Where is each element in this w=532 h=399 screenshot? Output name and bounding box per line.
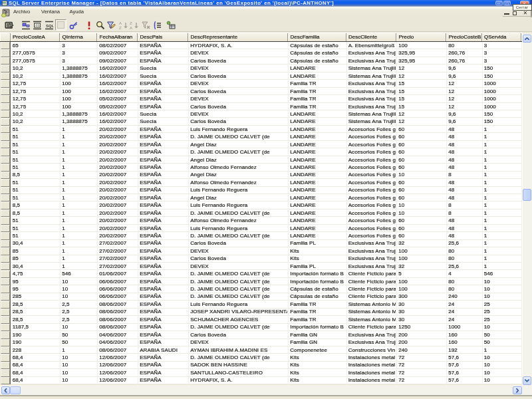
svg-text:Z: Z	[130, 21, 132, 25]
svg-text:A: A	[130, 26, 132, 30]
svg-text:SQL: SQL	[46, 23, 54, 27]
svg-text:Z: Z	[119, 26, 122, 30]
svg-text:A: A	[119, 21, 122, 25]
